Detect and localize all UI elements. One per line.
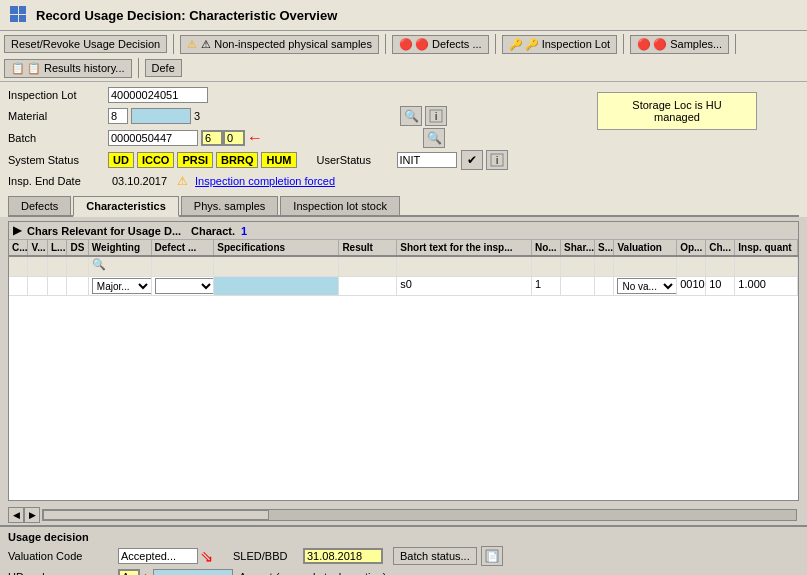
cell-result (339, 277, 397, 295)
tab-defects[interactable]: Defects (8, 196, 71, 215)
scroll-right-btn[interactable]: ▶ (24, 507, 40, 523)
col-s: S... (595, 240, 614, 255)
cell-share (561, 277, 595, 295)
results-history-button[interactable]: 📋 📋 Results history... (4, 59, 132, 78)
sled-bbd-input[interactable] (303, 548, 383, 564)
scrollbar-track[interactable] (42, 509, 797, 521)
col-valuation: Valuation (614, 240, 677, 255)
toolbar-separator-4 (623, 34, 624, 54)
toolbar-separator-6 (138, 58, 139, 78)
usage-decision-area: Usage decision Valuation Code ⇘ SLED/BBD… (0, 525, 807, 575)
ud-code-row: UD code ↑ Accept (manual stock posting) (8, 569, 799, 575)
search-cell-ch (706, 257, 735, 276)
toolbar-separator-3 (495, 34, 496, 54)
batch-extra2-input[interactable] (223, 130, 245, 146)
insp-end-date-value: 03.10.2017 (112, 175, 167, 187)
status-brrq: BRRQ (216, 152, 258, 168)
completion-forced-link[interactable]: Inspection completion forced (195, 175, 335, 187)
defects-button[interactable]: 🔴 🔴 Defects ... (392, 35, 489, 54)
col-c: C... (9, 240, 28, 255)
toolbar-separator-5 (735, 34, 736, 54)
ud-code-description: Accept (manual stock posting) (239, 571, 386, 575)
search-cell-text (397, 257, 532, 276)
col-insp-quant: Insp. quant (735, 240, 798, 255)
search-cell-op (677, 257, 706, 276)
inspection-icon: 🔑 (509, 38, 523, 51)
storage-loc-tooltip: Storage Loc is HU managed (597, 92, 757, 130)
svg-rect-1 (19, 6, 26, 14)
toolbar-separator (173, 34, 174, 54)
inspection-lot-button[interactable]: 🔑 🔑 Inspection Lot (502, 35, 618, 54)
batch-row: Batch ← 🔍 (8, 128, 799, 148)
inspection-lot-input[interactable] (108, 87, 208, 103)
expand-icon[interactable]: ▶ (13, 224, 21, 237)
col-v: V... (28, 240, 47, 255)
batch-input[interactable] (108, 130, 198, 146)
cell-weighting: Major... (89, 277, 152, 295)
cell-specifications[interactable] (214, 277, 339, 295)
table-row[interactable]: Major... s0 1 No va... 0010 10 1.000 (9, 277, 798, 296)
defe-button[interactable]: Defe (145, 59, 182, 77)
cell-l (48, 277, 67, 295)
grid-header-label: Charact. (191, 225, 235, 237)
scroll-left-btn[interactable]: ◀ (8, 507, 24, 523)
defects-icon: 🔴 (399, 38, 413, 51)
app-icon (8, 4, 28, 26)
batch-status-icon[interactable]: 📄 (481, 546, 503, 566)
valuation-code-input[interactable] (118, 548, 198, 564)
col-share: Shar... (561, 240, 595, 255)
insp-end-date-row: Insp. End Date 03.10.2017 ⚠ Inspection c… (8, 172, 799, 190)
svg-text:i: i (435, 111, 437, 122)
search-icon-grid[interactable]: 🔍 (92, 258, 106, 270)
user-status-check-icon[interactable]: ✔ (461, 150, 483, 170)
col-op: Op... (677, 240, 706, 255)
cell-defect (152, 277, 215, 295)
search-cell-c (9, 257, 28, 276)
svg-rect-3 (19, 15, 26, 22)
col-result: Result (339, 240, 397, 255)
search-cell-defect (152, 257, 215, 276)
svg-text:📄: 📄 (486, 551, 498, 563)
cell-v (28, 277, 47, 295)
system-status-tags: UD ICCO PRSI BRRQ HUM (108, 152, 297, 168)
user-status-input[interactable] (397, 152, 457, 168)
tab-characteristics[interactable]: Characteristics (73, 196, 179, 217)
reset-revoke-button[interactable]: Reset/Revoke Usage Decision (4, 35, 167, 53)
status-ud: UD (108, 152, 134, 168)
tabs-container: Defects Characteristics Phys. samples In… (0, 196, 807, 217)
defect-select[interactable] (155, 278, 215, 294)
col-short-text: Short text for the insp... (397, 240, 532, 255)
valuation-select[interactable]: No va... (617, 278, 677, 294)
grid-header-text: Chars Relevant for Usage D... (27, 225, 181, 237)
weighting-select[interactable]: Major... (92, 278, 152, 294)
usage-decision-title: Usage decision (8, 531, 799, 543)
status-hum: HUM (261, 152, 296, 168)
history-icon: 📋 (11, 62, 25, 75)
batch-extra-input[interactable] (201, 130, 223, 146)
non-inspected-button[interactable]: ⚠ ⚠ Non-inspected physical samples (180, 35, 379, 54)
valuation-arrow-icon: ⇘ (200, 547, 213, 566)
insp-end-date-label: Insp. End Date (8, 175, 108, 187)
specifications-input[interactable] (217, 278, 339, 290)
col-l: L... (48, 240, 67, 255)
batch-status-button[interactable]: Batch status... (393, 547, 477, 565)
cell-insp-quant: 1.000 (735, 277, 798, 295)
material-input-1[interactable] (108, 108, 128, 124)
tab-phys-samples[interactable]: Phys. samples (181, 196, 279, 215)
batch-search-icon[interactable]: 🔍 (423, 128, 445, 148)
sled-bbd-label: SLED/BBD (233, 550, 303, 562)
ud-code-text-input[interactable] (153, 569, 233, 575)
user-status-info-icon[interactable]: i (486, 150, 508, 170)
material-search-icon[interactable]: 🔍 (400, 106, 422, 126)
status-prsi: PRSI (177, 152, 213, 168)
tab-inspection-lot-stock[interactable]: Inspection lot stock (280, 196, 400, 215)
material-label: Material (8, 110, 108, 122)
samples-button[interactable]: 🔴 🔴 Samples... (630, 35, 729, 54)
batch-label: Batch (8, 132, 108, 144)
page-title: Record Usage Decision: Characteristic Ov… (36, 8, 337, 23)
col-weighting: Weighting (89, 240, 152, 255)
search-cell-val (614, 257, 677, 276)
ud-code-input[interactable] (118, 569, 140, 575)
material-info-icon[interactable]: i (425, 106, 447, 126)
material-input-2[interactable] (131, 108, 191, 124)
